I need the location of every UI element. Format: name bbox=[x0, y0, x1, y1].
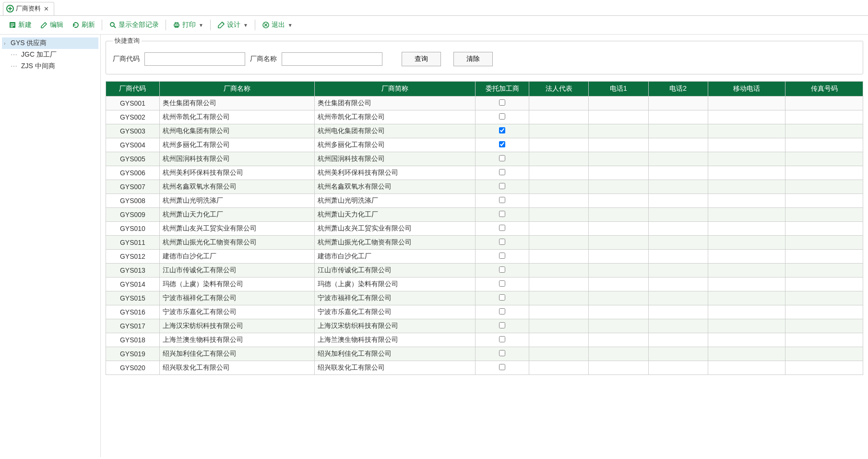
new-icon bbox=[9, 21, 16, 29]
print-button[interactable]: 打印 ▼ bbox=[169, 19, 207, 31]
cell-legal bbox=[529, 97, 589, 110]
cell-code: GYS013 bbox=[106, 264, 160, 278]
oem-checkbox[interactable] bbox=[499, 336, 505, 342]
table-row[interactable]: GYS004杭州多丽化工有限公司杭州多丽化工有限公司 bbox=[106, 138, 863, 152]
cell-oem bbox=[476, 110, 529, 124]
cell-short: 宁波市福祥化工有限公司 bbox=[314, 291, 475, 305]
oem-checkbox[interactable] bbox=[499, 294, 505, 301]
table-row[interactable]: GYS005杭州国润科技有限公司杭州国润科技有限公司 bbox=[106, 152, 863, 166]
col-header[interactable]: 委托加工商 bbox=[476, 82, 529, 97]
table-row[interactable]: GYS003杭州电化集团有限公司杭州电化集团有限公司 bbox=[106, 124, 863, 138]
oem-checkbox[interactable] bbox=[499, 155, 505, 161]
edit-button[interactable]: 编辑 bbox=[36, 19, 67, 31]
col-header[interactable]: 电话2 bbox=[648, 82, 708, 97]
oem-checkbox[interactable] bbox=[499, 197, 505, 203]
exit-button[interactable]: 退出 ▼ bbox=[258, 19, 297, 31]
col-header[interactable]: 厂商简称 bbox=[314, 82, 475, 97]
body-layout: ›GYS 供应商JGC 加工厂ZJS 中间商 快捷查询 厂商代码 厂商名称 查询… bbox=[0, 35, 868, 457]
cell-short: 杭州帝凯化工有限公司 bbox=[314, 110, 475, 124]
oem-checkbox[interactable] bbox=[499, 308, 505, 314]
cell-tel1 bbox=[589, 347, 648, 361]
col-header[interactable]: 电话1 bbox=[589, 82, 648, 97]
cell-oem bbox=[476, 152, 529, 166]
table-row[interactable]: GYS020绍兴联发化工有限公司绍兴联发化工有限公司 bbox=[106, 361, 863, 375]
col-header[interactable]: 移动电话 bbox=[708, 82, 785, 97]
cell-code: GYS019 bbox=[106, 347, 160, 361]
table-body: GYS001奥仕集团有限公司奥仕集团有限公司GYS002杭州帝凯化工有限公司杭州… bbox=[106, 97, 863, 375]
cell-mobile bbox=[708, 208, 785, 222]
vendor-name-input[interactable] bbox=[282, 52, 382, 66]
oem-checkbox[interactable] bbox=[499, 183, 505, 189]
oem-checkbox[interactable] bbox=[499, 113, 505, 120]
table-row[interactable]: GYS019绍兴加利佳化工有限公司绍兴加利佳化工有限公司 bbox=[106, 347, 863, 361]
table-row[interactable]: GYS009杭州萧山天力化工厂杭州萧山天力化工厂 bbox=[106, 208, 863, 222]
cell-legal bbox=[529, 236, 589, 250]
col-header[interactable]: 传真号码 bbox=[785, 82, 863, 97]
cell-legal bbox=[529, 208, 589, 222]
cell-fax bbox=[785, 278, 863, 291]
oem-checkbox[interactable] bbox=[499, 280, 505, 287]
close-icon[interactable]: ✕ bbox=[43, 5, 50, 12]
clear-button[interactable]: 清除 bbox=[453, 52, 493, 66]
col-header[interactable]: 法人代表 bbox=[529, 82, 589, 97]
cell-mobile bbox=[708, 236, 785, 250]
table-row[interactable]: GYS011杭州萧山振光化工物资有限公司杭州萧山振光化工物资有限公司 bbox=[106, 236, 863, 250]
tree-item-jgc[interactable]: JGC 加工厂 bbox=[2, 49, 98, 60]
cell-tel1 bbox=[589, 138, 648, 152]
table-row[interactable]: GYS016宁波市乐嘉化工有限公司宁波市乐嘉化工有限公司 bbox=[106, 305, 863, 319]
oem-checkbox[interactable] bbox=[499, 141, 505, 147]
cell-oem bbox=[476, 180, 529, 194]
oem-checkbox[interactable] bbox=[499, 239, 505, 245]
design-button[interactable]: 设计 ▼ bbox=[214, 19, 252, 31]
show-all-button[interactable]: 显示全部记录 bbox=[105, 19, 163, 31]
tab-vendor-master[interactable]: 厂商资料 ✕ bbox=[3, 2, 54, 15]
table-row[interactable]: GYS008杭州萧山光明洗涤厂杭州萧山光明洗涤厂 bbox=[106, 194, 863, 208]
oem-checkbox[interactable] bbox=[499, 253, 505, 259]
query-button[interactable]: 查询 bbox=[402, 52, 441, 66]
chevron-down-icon: ▼ bbox=[199, 23, 203, 28]
tree-item-zjs[interactable]: ZJS 中间商 bbox=[2, 60, 98, 72]
edit-icon bbox=[40, 21, 48, 29]
table-row[interactable]: GYS010杭州萧山友兴工贸实业有限公司杭州萧山友兴工贸实业有限公司 bbox=[106, 222, 863, 236]
oem-checkbox[interactable] bbox=[499, 225, 505, 231]
oem-checkbox[interactable] bbox=[499, 99, 505, 106]
cell-legal bbox=[529, 180, 589, 194]
oem-checkbox[interactable] bbox=[499, 350, 505, 356]
vendor-code-input[interactable] bbox=[144, 52, 245, 66]
col-header[interactable]: 厂商名称 bbox=[159, 82, 314, 97]
oem-checkbox[interactable] bbox=[499, 169, 505, 175]
oem-checkbox[interactable] bbox=[499, 322, 505, 328]
cell-name: 奥仕集团有限公司 bbox=[159, 97, 314, 110]
table-row[interactable]: GYS013江山市传诚化工有限公司江山市传诚化工有限公司 bbox=[106, 264, 863, 278]
tab-label: 厂商资料 bbox=[16, 4, 41, 13]
table-row[interactable]: GYS006杭州美利环保科技有限公司杭州美利环保科技有限公司 bbox=[106, 166, 863, 180]
table-row[interactable]: GYS002杭州帝凯化工有限公司杭州帝凯化工有限公司 bbox=[106, 110, 863, 124]
table-row[interactable]: GYS007杭州名鑫双氧水有限公司杭州名鑫双氧水有限公司 bbox=[106, 180, 863, 194]
oem-checkbox[interactable] bbox=[499, 266, 505, 273]
col-header[interactable]: 厂商代码 bbox=[106, 82, 160, 97]
oem-checkbox[interactable] bbox=[499, 364, 505, 370]
refresh-button[interactable]: 刷新 bbox=[68, 19, 99, 31]
table-row[interactable]: GYS017上海汉宋纺织科技有限公司上海汉宋纺织科技有限公司 bbox=[106, 319, 863, 333]
table-row[interactable]: GYS001奥仕集团有限公司奥仕集团有限公司 bbox=[106, 97, 863, 110]
cell-short: 上海汉宋纺织科技有限公司 bbox=[314, 319, 475, 333]
oem-checkbox[interactable] bbox=[499, 211, 505, 217]
oem-checkbox[interactable] bbox=[499, 127, 505, 133]
cell-mobile bbox=[708, 291, 785, 305]
table-row[interactable]: GYS018上海兰澳生物科技有限公司上海兰澳生物科技有限公司 bbox=[106, 333, 863, 347]
cell-oem bbox=[476, 361, 529, 375]
cell-tel1 bbox=[589, 361, 648, 375]
cell-tel2 bbox=[648, 278, 708, 291]
chevron-right-icon[interactable]: › bbox=[4, 40, 9, 46]
table-row[interactable]: GYS015宁波市福祥化工有限公司宁波市福祥化工有限公司 bbox=[106, 291, 863, 305]
table-row[interactable]: GYS012建德市白沙化工厂建德市白沙化工厂 bbox=[106, 250, 863, 264]
table-row[interactable]: GYS014玛德（上虞）染料有限公司玛德（上虞）染料有限公司 bbox=[106, 278, 863, 291]
cell-tel1 bbox=[589, 278, 648, 291]
cell-oem bbox=[476, 319, 529, 333]
vendor-code-label: 厂商代码 bbox=[113, 55, 140, 63]
cell-oem bbox=[476, 278, 529, 291]
tree-item-gys[interactable]: ›GYS 供应商 bbox=[2, 37, 98, 49]
cell-tel1 bbox=[589, 333, 648, 347]
new-button[interactable]: 新建 bbox=[5, 19, 36, 31]
cell-fax bbox=[785, 291, 863, 305]
